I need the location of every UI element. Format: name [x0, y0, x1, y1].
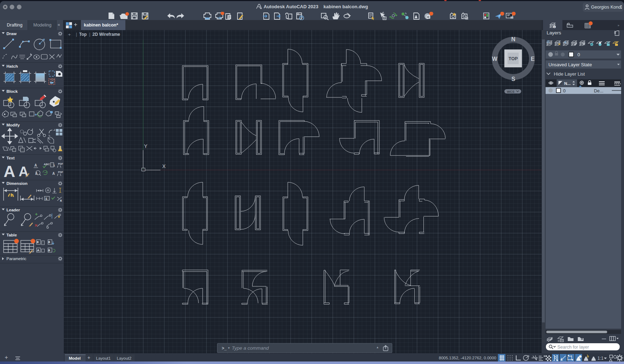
- svg-text:De...: De...: [594, 88, 603, 94]
- svg-text:8: 8: [48, 249, 50, 252]
- svg-text:Unsaved Layer State: Unsaved Layer State: [548, 62, 592, 67]
- svg-text:Hide Layer List: Hide Layer List: [554, 71, 585, 77]
- svg-text:Search for layer: Search for layer: [557, 345, 589, 350]
- svg-text:8: 8: [48, 240, 50, 244]
- svg-text:PDF: PDF: [58, 163, 63, 165]
- svg-text:Y: Y: [144, 143, 148, 149]
- svg-text:A: A: [34, 163, 37, 167]
- svg-text:1:1: 1:1: [597, 356, 604, 361]
- svg-text:Parametric: Parametric: [6, 257, 27, 261]
- svg-text:PDF: PDF: [58, 171, 63, 173]
- svg-text:N: N: [511, 36, 515, 42]
- svg-text:i: i: [554, 26, 555, 28]
- svg-text:Block: Block: [6, 89, 18, 94]
- svg-text:A: A: [37, 249, 39, 252]
- svg-text:A: A: [4, 162, 15, 181]
- svg-text:Hatch: Hatch: [6, 64, 18, 68]
- svg-text:Text: Text: [6, 156, 15, 160]
- svg-text:1: 1: [45, 197, 47, 200]
- svg-text:WCS: WCS: [507, 90, 514, 94]
- svg-text:Dimension: Dimension: [6, 181, 28, 186]
- svg-text:ABC: ABC: [44, 163, 50, 166]
- svg-text:x: x: [60, 199, 62, 202]
- svg-text:N...: N...: [564, 81, 571, 86]
- svg-text:S: S: [512, 76, 515, 82]
- svg-text:0: 0: [563, 88, 566, 94]
- svg-text:Modify: Modify: [6, 123, 20, 127]
- svg-text:TOP: TOP: [509, 56, 518, 61]
- svg-text:A: A: [35, 172, 38, 176]
- svg-text:8: 8: [37, 240, 39, 244]
- svg-text:Draw: Draw: [6, 32, 16, 36]
- svg-text:Table: Table: [6, 233, 17, 237]
- svg-text:Layers: Layers: [547, 30, 561, 35]
- svg-text:E: E: [531, 56, 535, 62]
- svg-text:A: A: [52, 172, 55, 176]
- svg-text:X: X: [162, 163, 166, 169]
- svg-text:W: W: [492, 56, 498, 62]
- svg-text:0: 0: [577, 52, 580, 57]
- svg-text:»: »: [618, 24, 619, 27]
- svg-text:A: A: [19, 164, 28, 179]
- svg-text:Leader: Leader: [6, 208, 20, 212]
